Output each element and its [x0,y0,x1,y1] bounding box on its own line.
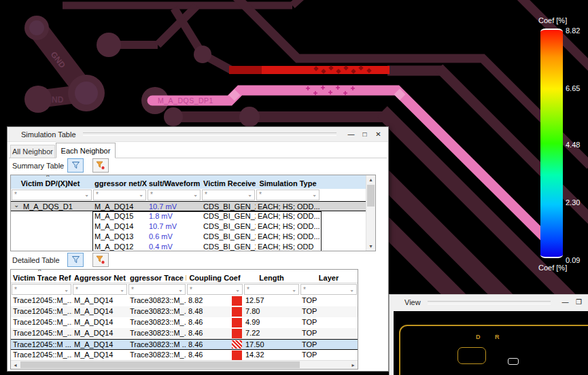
filter-star: * [190,285,192,295]
expand-arrow-icon[interactable]: ⌄ [14,202,19,210]
filter-star: * [75,285,78,295]
column-header-coupling-coef[interactable]: Coupling Coef [186,270,243,283]
filter-input[interactable]: *⌄ [73,284,127,295]
color-scale-tick: 6.65 [566,84,580,92]
summary-filter-row: *⌄ *⌄ *⌄ *⌄ *⌄ [11,189,375,201]
view-canvas[interactable]: D R [394,311,588,375]
aggressor-trace-value: Trace30823::M_... [128,296,186,306]
filter-input[interactable]: *⌄ [187,284,243,295]
float-icon[interactable]: ❐ [573,297,585,308]
coef-heat-bar-hatched [232,340,242,349]
column-header-result-waveform[interactable]: sult/Waveform L [147,175,201,189]
red-highlighted-trace[interactable] [229,65,390,74]
result-waveform-link[interactable]: 10.7 mV [147,221,201,232]
scrollbar-thumb[interactable] [20,361,300,368]
view-titlebar[interactable]: View — ❐ [390,295,588,310]
aggressor-net-value: M_A_DQ13 [92,232,147,242]
tab-each-neighbor[interactable]: Each Neighbor [56,143,116,158]
table-row[interactable]: M_A_DQ13 0.6 mV CDS_BI_GEN_2P... EACH; H… [11,232,375,242]
table-row[interactable]: ⌄ M_A_DQS_D1 M_A_DQ14 10.7 mV CDS_BI_GEN… [11,201,375,211]
coupling-coef-value: 8.48 [188,307,203,315]
victim-receiver-value: CDS_BI_GEN_2P... [201,211,256,221]
column-header-simulation-type[interactable]: Simulation Type [256,175,320,189]
filter-input[interactable]: *⌄ [148,190,201,200]
chevron-down-icon: ⌄ [349,285,354,295]
summary-filter-button[interactable] [67,158,84,173]
victim-trace-value: Trace12045::M_... [11,328,72,339]
aggressor-net-value: M_A_DQ14 [92,221,147,232]
minimize-icon[interactable]: — [559,297,571,308]
victim-receiver-value: CDS_BI_GEN_2P... [201,232,256,242]
column-header-layer[interactable]: Layer [300,270,358,283]
column-header-length[interactable]: Length [243,270,300,283]
detailed-horizontal-scrollbar[interactable]: ◂ ▸ [11,360,358,369]
filter-star: * [14,190,17,200]
table-row[interactable]: Trace12045::M_... M_A_DQ14 Trace30823::M… [11,306,358,317]
table-row[interactable]: M_A_DQ12 0.4 mV CDS_BI_GEN_2P EACH; HS; … [11,242,375,251]
column-header-aggressor-trace[interactable]: ggressor Trace R [128,270,186,283]
filter-input[interactable]: *⌄ [128,284,186,295]
table-row[interactable]: M_A_DQ14 10.7 mV CDS_BI_GEN_2P... EACH; … [11,221,375,232]
filter-input[interactable]: *⌄ [202,190,255,200]
detailed-filter-button[interactable] [67,253,84,267]
filter-input[interactable]: *⌄ [12,190,92,200]
table-row[interactable]: Trace12045::M_... M_A_DQ14 Trace30823::M… [11,350,358,361]
coef-heat-bar [232,307,242,317]
filter-input[interactable]: *⌄ [12,284,71,295]
summary-vertical-scrollbar[interactable]: ▴ ▾ [366,175,375,251]
table-row[interactable]: M_A_DQ15 1.8 mV CDS_BI_GEN_2P... EACH; H… [11,211,375,221]
aggressor-net-value: M_A_DQ14 [72,350,128,361]
result-waveform-link[interactable]: 10.7 mV [147,202,201,211]
filter-star: * [303,285,306,295]
victim-trace-value: Trace12045::M_... [11,317,72,328]
aggressor-net-value: M_A_DQ14 [72,306,128,317]
table-row[interactable]: Trace12045::M_... M_A_DQ14 Trace30823::M… [11,296,358,306]
table-row-selected[interactable]: Trace12045::M ... M_A_DQ14 Trace30823::M… [11,339,358,350]
filter-input[interactable]: *⌄ [93,190,146,200]
titlebar-grip [428,301,551,304]
filter-star: * [96,190,99,200]
close-icon[interactable]: ✕ [373,129,384,140]
coupling-coef-value: 8.46 [188,318,203,326]
scroll-down-icon[interactable]: ▾ [366,242,375,251]
maximize-icon[interactable]: □ [359,129,370,140]
detailed-table: ˄ Victim Trace Ref Aggressor Net ggresso… [10,269,358,370]
result-waveform-link[interactable]: 1.8 mV [147,211,201,221]
table-row[interactable]: Trace12045::M_... M_A_DQ14 Trace30823::M… [11,317,358,328]
result-waveform-link[interactable]: 0.4 mV [147,242,201,251]
detailed-clear-filter-button[interactable] [92,253,109,267]
column-header-aggressor-net[interactable]: Aggressor Net [72,270,128,283]
aggressor-trace-value: Trace30823::M_... [128,328,186,339]
tab-all-neighbor[interactable]: All Neighbor [10,145,55,158]
scroll-left-icon[interactable]: ◂ [11,361,20,370]
minimize-icon[interactable]: — [345,129,357,140]
summary-table-label: Summary Table [12,162,64,170]
scroll-right-icon[interactable]: ▸ [349,361,358,370]
summary-table: ˄ Victim DP/(X)Net ggressor net/Xn sult/… [10,175,376,251]
coupling-coef-value: 8.46 [188,351,203,359]
simulation-table-titlebar[interactable]: Simulation Table — □ ✕ [7,127,388,142]
detailed-header-row: ˄ Victim Trace Ref Aggressor Net ggresso… [11,270,358,283]
victim-receiver-value: CDS_BI_GEN_2P [201,242,256,251]
column-header-aggressor-net[interactable]: ggressor net/Xn [92,175,147,189]
filter-funnel-icon [71,161,80,170]
chevron-down-icon: ⌄ [139,190,143,200]
scrollbar-thumb[interactable] [367,185,375,207]
filter-input[interactable]: *⌄ [300,284,357,295]
victim-trace-value: Trace12045::M_... [11,350,72,361]
layer-value: TOP [300,328,358,339]
filter-input[interactable]: *⌄ [256,190,319,200]
table-row[interactable]: Trace12045::M_... M_A_DQ14 Trace30823::M… [11,328,358,339]
scroll-up-icon[interactable]: ▴ [366,175,375,184]
column-header-victim-trace[interactable]: Victim Trace Ref [11,270,72,283]
column-header-victim-receiver[interactable]: Victim Receiver [201,175,256,189]
pink-net-label: M_A_DQS_DP1 [158,96,213,105]
simulation-type-value: EACH; HS; ODD [256,242,320,251]
aggressor-net-value: M_A_DQ14 [72,340,128,349]
result-waveform-link[interactable]: 0.6 mV [147,232,201,242]
column-header-victim-net[interactable]: Victim DP/(X)Net [10,175,92,189]
color-scale-tick: 2.30 [566,198,580,207]
layer-value: TOP [300,296,358,306]
filter-input[interactable]: *⌄ [244,284,299,295]
summary-clear-filter-button[interactable] [92,158,109,173]
